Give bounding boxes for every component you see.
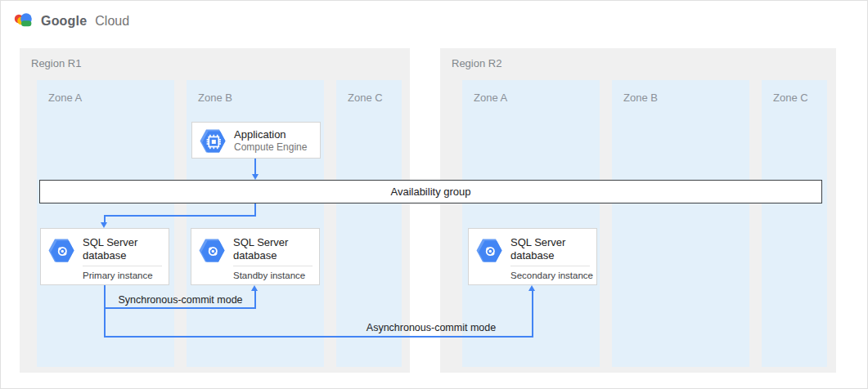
sql-server-secondary-node: SQL Server database Secondary instance	[468, 228, 597, 285]
db-instance-label: Primary instance	[83, 271, 153, 280]
region-r1-label: Region R1	[31, 57, 81, 69]
db-instance-label: Secondary instance	[510, 271, 593, 280]
brand-cloud: Cloud	[95, 14, 129, 29]
region-r2-zone-b: Zone B	[612, 80, 749, 367]
db-title: SQL Server database	[233, 236, 315, 262]
connector-async-vertical	[532, 290, 533, 337]
zone-label: Zone C	[773, 92, 808, 104]
db-instance-label: Standby instance	[233, 271, 305, 280]
zone-label: Zone C	[348, 92, 383, 104]
arrow-up-icon	[251, 285, 258, 291]
card-divider	[510, 266, 590, 266]
connector-primary-out-vertical	[104, 285, 106, 337]
async-commit-label: Asynchronous-commit mode	[349, 322, 513, 333]
card-divider	[83, 266, 162, 266]
card-divider	[233, 266, 313, 266]
zone-label: Zone B	[623, 92, 658, 104]
connector-group-to-primary-v1	[254, 203, 256, 216]
connector-app-to-group	[254, 159, 256, 174]
connector-sync-horizontal	[104, 307, 256, 309]
application-subtitle: Compute Engine	[234, 141, 307, 153]
arrow-up-icon	[528, 285, 535, 291]
sql-server-database-icon	[48, 239, 74, 266]
availability-group-label: Availability group	[390, 186, 470, 198]
google-cloud-logo-icon	[12, 11, 34, 32]
sync-commit-label: Synchronous-commit mode	[105, 294, 256, 306]
compute-engine-icon	[200, 129, 226, 156]
region-r2-label: Region R2	[452, 57, 501, 69]
application-node: Application Compute Engine	[191, 122, 321, 159]
sql-server-database-icon	[476, 239, 502, 266]
arrow-down-icon	[101, 222, 107, 228]
sql-server-primary-node: SQL Server database Primary instance	[40, 228, 169, 285]
db-title: SQL Server database	[510, 236, 592, 262]
brand-google: Google	[41, 14, 87, 29]
connector-group-to-primary-h	[104, 215, 256, 217]
sql-server-standby-node: SQL Server database Standby instance	[191, 228, 320, 285]
diagram-canvas: GoogleCloud Region R1 Zone A Zone B Zone…	[0, 0, 868, 389]
zone-label: Zone B	[198, 92, 232, 104]
sql-server-database-icon	[199, 239, 225, 266]
zone-label: Zone A	[48, 92, 82, 104]
zone-label: Zone A	[474, 92, 507, 104]
google-cloud-logo: GoogleCloud	[12, 11, 129, 32]
arrow-down-icon	[252, 174, 259, 180]
connector-async-horizontal	[104, 336, 533, 338]
availability-group-bar: Availability group	[39, 180, 822, 203]
application-title: Application	[234, 128, 286, 141]
region-r2-zone-c: Zone C	[762, 80, 827, 367]
db-title: SQL Server database	[83, 236, 164, 262]
